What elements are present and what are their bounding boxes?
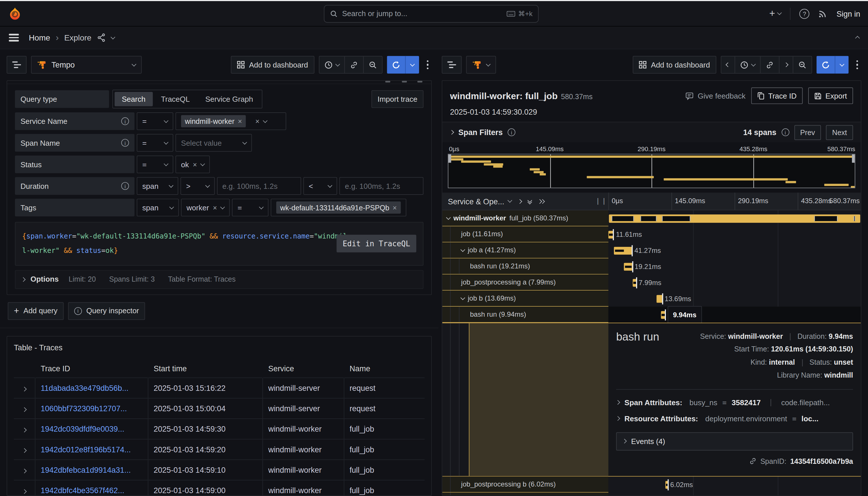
expand-row-icon[interactable] <box>22 387 27 391</box>
outline-toggle-button[interactable] <box>442 56 462 74</box>
clear-icon[interactable]: × <box>255 118 260 125</box>
span-row[interactable]: job b (13.69ms) 13.69ms <box>442 291 861 307</box>
tag-operator[interactable]: = <box>232 199 268 216</box>
table-row[interactable]: 1060bbf732309b12707... 2025-01-03 15:00:… <box>14 398 424 418</box>
service-name-chip[interactable]: windmill-worker× <box>181 115 246 127</box>
trace-id-link[interactable]: 1060bbf732309b12707... <box>35 398 148 418</box>
minimap-drag-handle-left[interactable] <box>448 154 451 162</box>
minimap-drag-handle-right[interactable] <box>852 154 855 162</box>
run-query-button[interactable] <box>387 56 419 74</box>
col-name[interactable]: Name <box>344 359 424 377</box>
link-split-button[interactable] <box>345 56 363 73</box>
new-menu-button[interactable]: + <box>770 8 781 19</box>
export-button[interactable]: Export <box>808 87 853 104</box>
tab-service-graph[interactable]: Service Graph <box>198 92 260 106</box>
span-name-value[interactable]: Select value <box>176 134 252 152</box>
tab-traceql[interactable]: TraceQL <box>154 92 197 106</box>
span-attributes-row[interactable]: Span Attributes: busy_ns=3582417 code.fi… <box>616 398 853 407</box>
expand-row-icon[interactable] <box>22 427 27 432</box>
span-filters-bar[interactable]: Span Filters i 14 spans i Prev Next <box>442 122 861 142</box>
expand-row-icon[interactable] <box>22 468 27 473</box>
tab-search[interactable]: Search <box>115 92 153 106</box>
collapse-span-icon[interactable] <box>446 215 451 219</box>
table-row[interactable]: 1942dbfebca1d9914a31... 2025-01-03 14:59… <box>14 460 424 480</box>
grafana-logo-icon[interactable] <box>8 6 22 21</box>
collapse-span-icon[interactable] <box>461 247 465 252</box>
span-row[interactable]: job_postprocessing a (7.99ms) 7.99ms <box>442 275 861 291</box>
breadcrumb-home[interactable]: Home <box>29 33 50 42</box>
duration-gt-input[interactable] <box>217 177 301 195</box>
menu-toggle-icon[interactable] <box>9 34 19 41</box>
datasource-picker[interactable]: Tempo <box>31 56 142 74</box>
sign-in-link[interactable]: Sign in <box>837 9 860 18</box>
trace-id-button[interactable]: Trace ID <box>751 87 803 104</box>
trace-id-link[interactable]: 1942dc039dfdf9e0039... <box>35 418 148 439</box>
give-feedback-link[interactable]: Give feedback <box>685 92 746 100</box>
remove-chip-icon[interactable]: × <box>393 204 397 211</box>
refresh-icon[interactable] <box>816 56 835 74</box>
service-name-value[interactable]: windmill-worker× × <box>176 112 286 130</box>
tag-key[interactable]: worker × <box>181 199 230 216</box>
search-input[interactable]: Search or jump to... ⌘+k <box>324 4 539 22</box>
duration-scope[interactable]: span <box>137 177 179 195</box>
share-icon[interactable] <box>97 33 106 42</box>
span-name-operator[interactable]: = <box>137 134 173 152</box>
import-trace-button[interactable]: Import trace <box>371 90 423 108</box>
span-id-value[interactable]: 14354f16500a7b9a <box>790 457 853 465</box>
expand-row-icon[interactable] <box>518 199 522 203</box>
refresh-icon[interactable] <box>387 56 405 74</box>
duration-gt-operator[interactable]: > <box>181 177 214 195</box>
query-inspector-button[interactable]: i Query inspector <box>68 302 145 320</box>
help-icon[interactable]: ? <box>800 9 810 19</box>
span-row-root[interactable]: windmill-worker full_job (580.37ms) <box>442 210 861 227</box>
span-row[interactable]: bash run (19.21ms) 19.21ms <box>442 258 861 275</box>
span-row[interactable]: job c (286.87ms) 286.87ms <box>442 493 861 495</box>
collapse-all-icon[interactable] <box>528 199 531 203</box>
duration-lt-operator[interactable]: < <box>303 177 337 195</box>
shift-time-forward-button[interactable] <box>779 56 793 73</box>
expand-all-icon[interactable] <box>538 199 544 203</box>
datasource-picker-mini[interactable] <box>466 56 496 74</box>
collapse-span-icon[interactable] <box>461 295 465 300</box>
refresh-interval-chevron[interactable] <box>834 56 848 74</box>
minimap-canvas[interactable] <box>448 154 855 188</box>
run-query-button[interactable] <box>816 56 849 74</box>
col-service[interactable]: Service <box>262 359 344 377</box>
span-row-selected[interactable]: bash run (9.94ms) 9.94ms <box>442 307 861 323</box>
status-operator[interactable]: = <box>137 155 173 173</box>
kebab-menu-icon[interactable] <box>423 60 432 69</box>
expand-row-icon[interactable] <box>22 489 27 493</box>
column-resize-handle[interactable]: ❘❘ <box>595 197 607 205</box>
add-query-button[interactable]: + Add query <box>8 302 63 320</box>
prev-span-button[interactable]: Prev <box>794 125 821 140</box>
col-trace-id[interactable]: Trace ID <box>35 359 148 377</box>
link-split-button[interactable] <box>760 56 779 73</box>
expand-row-icon[interactable] <box>22 407 27 412</box>
span-row[interactable]: job_postprocessing b (6.02ms) 6.02ms <box>442 477 861 493</box>
col-start-time[interactable]: Start time <box>148 359 262 377</box>
edit-in-traceql-button[interactable]: Edit in TraceQL <box>337 235 416 252</box>
table-row[interactable]: 1942dc039dfdf9e0039... 2025-01-03 14:59:… <box>14 418 424 439</box>
trace-id-link[interactable]: 1942dbfebca1d9914a31... <box>35 460 148 480</box>
table-row[interactable]: 1942dc012e8f196b5174... 2025-01-03 14:59… <box>14 439 424 459</box>
refresh-interval-chevron[interactable] <box>405 56 419 74</box>
events-section[interactable]: Events (4) <box>616 432 853 450</box>
remove-value-icon[interactable]: × <box>193 161 197 168</box>
remove-chip-icon[interactable]: × <box>238 118 242 125</box>
next-span-button[interactable]: Next <box>826 125 853 140</box>
remove-tag-icon[interactable]: × <box>213 204 217 211</box>
service-name-operator[interactable]: = <box>137 112 173 130</box>
zoom-out-button[interactable] <box>793 56 811 73</box>
duration-lt-input[interactable] <box>339 177 424 195</box>
breadcrumb-chevron-down-icon[interactable] <box>111 34 115 39</box>
zoom-out-button[interactable] <box>363 56 382 73</box>
tag-value[interactable]: wk-default-133114d6a91e-PSPQb× <box>271 199 406 216</box>
expand-row-icon[interactable] <box>22 448 27 453</box>
options-row[interactable]: Options Limit: 20 Spans Limit: 3 Table F… <box>15 270 423 289</box>
table-row[interactable]: 1942dbfc4be3567f462... 2025-01-03 14:59:… <box>14 480 424 496</box>
trace-id-link[interactable]: 1942dc012e8f196b5174... <box>35 439 148 459</box>
outline-toggle-button[interactable] <box>6 56 27 74</box>
time-picker-button[interactable] <box>735 56 760 73</box>
status-value[interactable]: ok × <box>176 155 210 173</box>
tag-value-chip[interactable]: wk-default-133114d6a91e-PSPQb× <box>276 201 401 214</box>
